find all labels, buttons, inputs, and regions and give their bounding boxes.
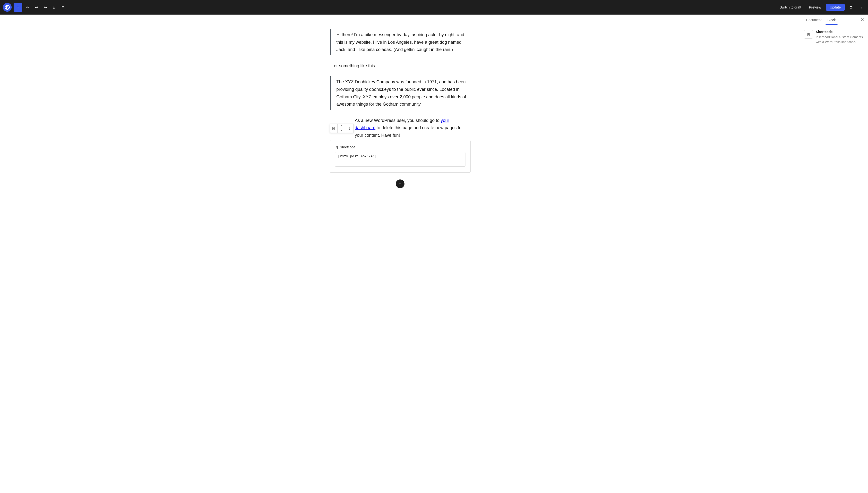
switch-to-draft-button[interactable]: Switch to draft: [777, 4, 804, 11]
preview-button[interactable]: Preview: [806, 4, 824, 11]
shortcode-icon-small: [/]: [332, 126, 335, 130]
pencil-icon: ✏: [26, 5, 29, 10]
edit-tool-button[interactable]: ✏: [23, 3, 32, 12]
sidebar-block-name: Shortcode: [816, 30, 864, 34]
update-button[interactable]: Update: [826, 4, 845, 11]
sidebar-shortcode-icon: [/]: [804, 30, 813, 39]
editor-content: Hi there! I'm a bike messenger by day, a…: [325, 29, 475, 188]
sidebar-block-description: Insert additional custom elements with a…: [816, 35, 864, 44]
sidebar-close-button[interactable]: ✕: [861, 15, 864, 25]
redo-button[interactable]: ↪: [41, 3, 49, 12]
tab-block[interactable]: Block: [825, 15, 838, 25]
ellipsis-icon: ⋮: [347, 126, 351, 130]
paragraph-1[interactable]: …or something like this:: [330, 62, 470, 70]
settings-icon: ⚙: [849, 5, 853, 10]
add-block-circle-button[interactable]: +: [396, 179, 404, 188]
shortcode-block-label: Shortcode: [340, 145, 355, 149]
main-layout: Hi there! I'm a bike messenger by day, a…: [0, 15, 868, 493]
blockquote-2[interactable]: The XYZ Doohickey Company was founded in…: [330, 76, 470, 110]
more-icon: ⋮: [859, 5, 863, 10]
redo-icon: ↪: [44, 5, 47, 10]
list-view-button[interactable]: ≡: [58, 3, 67, 12]
chevron-up-down-icon: ⌃⌄: [340, 125, 342, 132]
undo-icon: ↩: [35, 5, 38, 10]
move-block-button[interactable]: ⌃⌄: [338, 124, 345, 133]
paragraph-with-link-wrapper: [/] ⌃⌄ ⋮ As a new WordPress user, you sh…: [330, 117, 470, 173]
shortcode-input[interactable]: [rsfy post_id="74"]: [335, 152, 465, 167]
info-icon: ℹ: [53, 5, 55, 10]
settings-button[interactable]: ⚙: [847, 3, 855, 12]
topbar-right: Switch to draft Preview Update ⚙ ⋮: [777, 3, 865, 12]
shortcode-block[interactable]: [/] Shortcode [rsfy post_id="74"]: [330, 140, 470, 173]
block-more-options-button[interactable]: ⋮: [345, 124, 354, 133]
more-options-button[interactable]: ⋮: [857, 3, 865, 12]
shortcode-icon: [/]: [335, 145, 338, 149]
wp-logo[interactable]: [3, 3, 12, 12]
undo-button[interactable]: ↩: [32, 3, 41, 12]
shortcode-block-type-button[interactable]: [/]: [330, 124, 338, 133]
sidebar-block-info: [/] Shortcode Insert additional custom e…: [804, 30, 864, 44]
tab-document[interactable]: Document: [804, 15, 824, 25]
close-icon: ✕: [861, 17, 864, 22]
editor-area: Hi there! I'm a bike messenger by day, a…: [0, 15, 800, 493]
add-block-button[interactable]: +: [14, 3, 22, 12]
blockquote-2-text: The XYZ Doohickey Company was founded in…: [336, 78, 470, 108]
add-block-below: +: [330, 179, 470, 188]
sidebar-tabs: Document Block ✕: [800, 15, 868, 25]
blockquote-1[interactable]: Hi there! I'm a bike messenger by day, a…: [330, 29, 470, 56]
inline-toolbar-row: [/] ⌃⌄ ⋮ As a new WordPress user, you sh…: [330, 117, 470, 139]
sidebar-body: [/] Shortcode Insert additional custom e…: [800, 25, 868, 493]
topbar: + ✏ ↩ ↪ ℹ ≡ Switch to draft Preview Upda…: [0, 0, 868, 15]
block-inline-toolbar: [/] ⌃⌄ ⋮: [330, 124, 354, 133]
info-button[interactable]: ℹ: [49, 3, 58, 12]
sidebar-block-text: Shortcode Insert additional custom eleme…: [816, 30, 864, 44]
right-sidebar: Document Block ✕ [/] Shortcode Insert ad…: [800, 15, 868, 493]
paragraph-2-text: As a new WordPress user, you should go t…: [355, 117, 470, 139]
blockquote-1-text: Hi there! I'm a bike messenger by day, a…: [336, 31, 470, 53]
shortcode-block-header: [/] Shortcode: [335, 145, 465, 149]
list-icon: ≡: [61, 5, 64, 9]
